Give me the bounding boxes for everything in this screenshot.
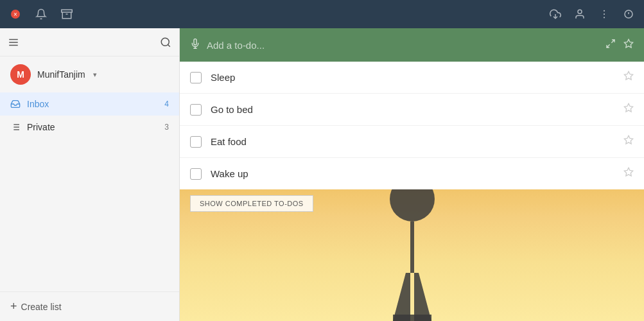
show-completed-button[interactable]: SHOW COMPLETED TO-DOS (190, 195, 313, 212)
notification-icon[interactable] (33, 6, 49, 22)
todo-checkbox-4[interactable] (190, 168, 202, 180)
svg-point-5 (578, 10, 582, 13)
svg-marker-35 (624, 103, 632, 112)
svg-marker-26 (393, 273, 410, 321)
todo-star-4[interactable] (623, 167, 634, 180)
sidebar-item-inbox[interactable]: Inbox 4 (0, 92, 179, 116)
todo-text-3: Eat food (211, 136, 623, 147)
svg-rect-28 (393, 315, 431, 321)
svg-line-31 (611, 40, 614, 43)
user-profile-icon[interactable] (572, 6, 587, 22)
svg-point-14 (161, 38, 169, 46)
sidebar-item-private[interactable]: Private 3 (0, 116, 179, 139)
sidebar-nav: Inbox 4 Private 3 (0, 92, 179, 291)
sidebar: M MunifTanjim ▾ Inbox 4 (0, 28, 180, 321)
private-icon (10, 122, 21, 132)
todo-checkbox-1[interactable] (190, 72, 202, 83)
create-list-label: Create list (21, 302, 62, 312)
svg-rect-25 (410, 221, 414, 273)
private-count: 3 (164, 123, 169, 132)
svg-point-7 (604, 13, 605, 15)
svg-marker-37 (624, 168, 632, 176)
sidebar-topbar (0, 28, 179, 56)
add-todo-actions (605, 39, 634, 51)
todo-text-4: Wake up (211, 168, 623, 179)
power-icon[interactable] (621, 6, 636, 22)
svg-rect-2 (62, 10, 73, 12)
todo-item: Go to bed (180, 94, 644, 126)
todo-item: Eat food (180, 126, 644, 158)
topbar-left: × (8, 6, 74, 22)
plus-icon: + (10, 300, 17, 313)
close-icon[interactable]: × (8, 6, 23, 22)
svg-text:×: × (13, 11, 17, 18)
inbox-label: Inbox (27, 99, 164, 109)
inbox-icon (10, 99, 21, 109)
create-list-button[interactable]: + Create list (0, 291, 179, 321)
more-options-icon[interactable] (596, 6, 612, 22)
todo-star-2[interactable] (623, 103, 634, 116)
add-todo-input[interactable] (207, 40, 599, 51)
todo-text-1: Sleep (211, 72, 623, 83)
topbar: × (0, 0, 644, 28)
todo-overlay: Sleep Go to bed (180, 28, 644, 189)
user-row[interactable]: M MunifTanjim ▾ (0, 56, 179, 92)
topbar-right (548, 6, 636, 22)
todo-star-1[interactable] (623, 71, 634, 84)
todo-checkbox-2[interactable] (190, 104, 202, 116)
username: MunifTanjim (37, 69, 85, 80)
search-icon[interactable] (160, 37, 171, 48)
todo-checkbox-3[interactable] (190, 136, 202, 148)
svg-point-6 (604, 10, 605, 12)
svg-line-15 (168, 44, 170, 46)
star-empty-icon[interactable] (623, 39, 634, 51)
todo-item: Wake up (180, 158, 644, 189)
inbox-count: 4 (164, 100, 169, 108)
todo-list: Sleep Go to bed (180, 62, 644, 189)
private-label: Private (27, 122, 164, 132)
content-area: Sleep Go to bed (180, 28, 644, 321)
add-todo-bar (180, 28, 644, 62)
hamburger-menu-icon[interactable] (8, 37, 19, 48)
main-layout: M MunifTanjim ▾ Inbox 4 (0, 28, 644, 321)
svg-marker-33 (624, 39, 632, 48)
expand-icon[interactable] (605, 39, 616, 51)
todo-item: Sleep (180, 62, 644, 94)
svg-line-32 (607, 44, 610, 48)
svg-point-8 (604, 17, 605, 18)
microphone-icon (190, 39, 200, 51)
svg-marker-36 (624, 135, 632, 144)
todo-text-2: Go to bed (211, 104, 623, 115)
todo-star-3[interactable] (623, 135, 634, 148)
archive-icon[interactable] (59, 6, 74, 22)
svg-marker-27 (414, 273, 431, 321)
avatar: M (10, 64, 31, 85)
download-icon[interactable] (548, 6, 563, 22)
chevron-down-icon: ▾ (93, 71, 97, 79)
svg-marker-34 (624, 71, 632, 80)
